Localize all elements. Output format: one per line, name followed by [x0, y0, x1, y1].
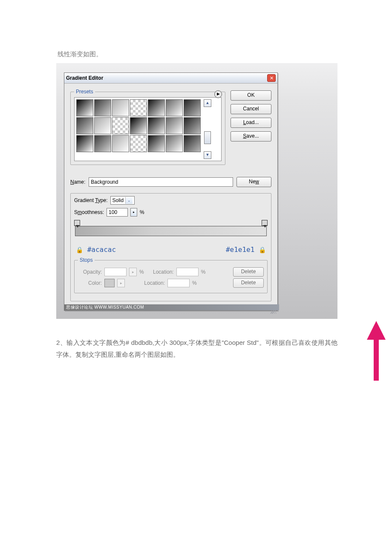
scroll-thumb[interactable] [204, 131, 211, 144]
opacity-stepper[interactable]: ▸ [129, 268, 137, 276]
preset-swatch[interactable] [184, 99, 201, 116]
dialog-titlebar[interactable]: Gradient Editor ✕ [64, 73, 277, 84]
presets-list: ▲ ▼ [74, 97, 222, 161]
smoothness-input[interactable]: 100 [107, 208, 128, 217]
step-2-text: 2、输入文本文字颜色为# dbdbdb,大小 300px,字体类型是"Coope… [56, 337, 337, 361]
ok-button[interactable]: OK [231, 90, 271, 101]
gradient-edit-fieldset: Gradient Type: Solid ⌄ Smoothness: 100 ▸… [70, 193, 271, 301]
preset-swatch[interactable] [76, 135, 93, 152]
delete-color-button[interactable]: Delete [233, 278, 264, 288]
preset-swatch[interactable] [112, 135, 129, 152]
preset-swatch[interactable] [184, 135, 201, 152]
color-swatch[interactable] [104, 279, 115, 287]
smoothness-label: Smoothness: [74, 209, 104, 215]
preset-swatch[interactable] [76, 99, 93, 116]
gradient-editor-dialog: Gradient Editor ✕ ▶ Presets [64, 72, 278, 311]
opacity-input[interactable] [104, 268, 127, 276]
dialog-title: Gradient Editor [66, 75, 103, 81]
stops-fieldset: Stops Opacity: ▸ % Location: % Delete Co… [74, 257, 268, 293]
smoothness-stepper[interactable]: ▸ [130, 208, 137, 217]
preset-swatch[interactable] [148, 99, 165, 116]
color-picker-arrow[interactable]: ▸ [117, 279, 125, 287]
stops-legend: Stops [78, 257, 95, 263]
opacity-stop-right[interactable] [262, 220, 268, 226]
preset-swatch[interactable] [94, 117, 111, 134]
up-arrow-annotation [365, 321, 387, 381]
preset-swatch[interactable] [112, 117, 129, 134]
chevron-down-icon: ⌄ [125, 197, 133, 204]
svg-marker-0 [367, 321, 386, 381]
delete-opacity-button[interactable]: Delete [233, 267, 264, 277]
preset-swatch[interactable] [166, 135, 183, 152]
gradient-ramp[interactable] [75, 226, 267, 236]
opacity-location-input[interactable] [176, 268, 199, 276]
figure-background: Gradient Editor ✕ ▶ Presets [56, 63, 337, 319]
color-location-input[interactable] [167, 279, 190, 287]
preset-swatch[interactable] [130, 99, 147, 116]
lock-icon: 🔒 [76, 246, 83, 253]
watermark: 思缘设计论坛 WWW.MISSYUAN.COM [64, 304, 279, 310]
presets-scrollbar[interactable]: ▲ ▼ [204, 99, 211, 159]
cancel-button[interactable]: Cancel [231, 104, 271, 114]
preset-swatch[interactable] [76, 117, 93, 134]
preset-swatch[interactable] [130, 135, 147, 152]
presets-legend: Presets [74, 89, 95, 95]
name-input[interactable] [89, 177, 233, 187]
preset-swatch[interactable] [130, 117, 147, 134]
close-icon[interactable]: ✕ [267, 74, 276, 82]
gradient-type-label: Gradient Type: [74, 197, 108, 203]
opacity-stop-left[interactable] [74, 220, 80, 226]
color-label: Color: [78, 280, 102, 286]
lock-icon: 🔒 [259, 246, 266, 253]
scroll-up-icon[interactable]: ▲ [204, 99, 211, 107]
opacity-label: Opacity: [78, 269, 102, 275]
color-stop-annotations: 🔒 #acacac #e1e1e1 🔒 [76, 246, 266, 254]
load-button[interactable]: Load... [231, 118, 271, 128]
preset-swatch[interactable] [166, 117, 183, 134]
smoothness-unit: % [140, 209, 144, 215]
preset-swatch[interactable] [148, 135, 165, 152]
preset-swatch[interactable] [112, 99, 129, 116]
new-button[interactable]: New [236, 177, 271, 187]
caption-text: 线性渐变如图。 [58, 50, 102, 58]
gradient-type-select[interactable]: Solid ⌄ [110, 196, 135, 205]
preset-swatch[interactable] [184, 117, 201, 134]
location-label: Location: [138, 280, 165, 286]
preset-swatch[interactable] [94, 99, 111, 116]
preset-swatch[interactable] [94, 135, 111, 152]
location-label: Location: [147, 269, 174, 275]
scroll-down-icon[interactable]: ▼ [204, 151, 211, 159]
presets-menu-icon[interactable]: ▶ [214, 90, 222, 98]
preset-swatch[interactable] [148, 117, 165, 134]
presets-fieldset: Presets [70, 89, 225, 165]
preset-swatch[interactable] [166, 99, 183, 116]
name-label: Name: [70, 179, 85, 185]
save-button[interactable]: Save... [231, 131, 271, 142]
